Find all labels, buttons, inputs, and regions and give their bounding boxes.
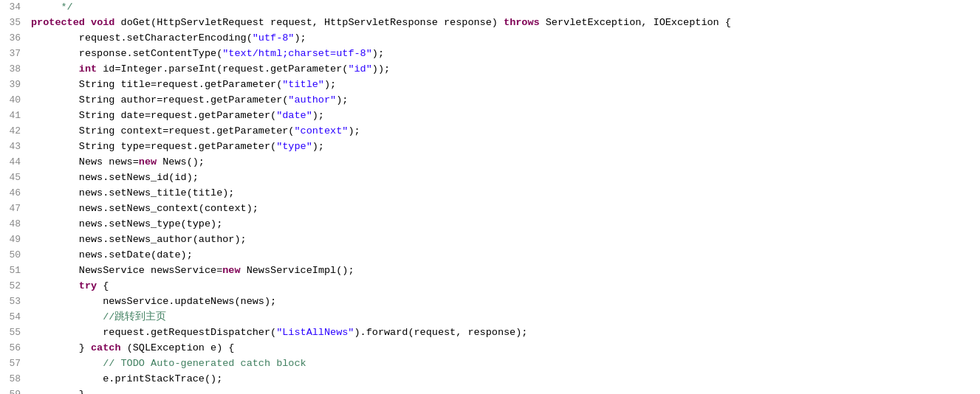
code-line: 44 News news=new News(); xyxy=(0,155,980,170)
line-content: request.setCharacterEncoding("utf-8"); xyxy=(31,31,980,46)
code-line: 34 */ xyxy=(0,0,980,15)
line-content: } xyxy=(31,387,980,394)
code-line: 59 } xyxy=(0,387,980,394)
line-content: request.getRequestDispatcher("ListAllNew… xyxy=(31,325,980,341)
code-line: 38 int id=Integer.parseInt(request.getPa… xyxy=(0,62,980,77)
line-content: String title=request.getParameter("title… xyxy=(31,77,980,93)
line-content: //跳转到主页 xyxy=(31,310,980,325)
line-content: String author=request.getParameter("auth… xyxy=(31,93,980,108)
code-line: 56 } catch (SQLException e) { xyxy=(0,341,980,356)
code-line: 52 try { xyxy=(0,279,980,294)
code-line: 53 newsService.updateNews(news); xyxy=(0,294,980,310)
line-number: 36 xyxy=(0,31,31,46)
line-content: try { xyxy=(31,279,980,294)
line-content: int id=Integer.parseInt(request.getParam… xyxy=(31,62,980,77)
line-content: response.setContentType("text/html;chars… xyxy=(31,46,980,62)
line-number: 56 xyxy=(0,341,31,356)
line-number: 39 xyxy=(0,77,31,92)
line-content: e.printStackTrace(); xyxy=(31,372,980,387)
line-number: 34 xyxy=(0,0,31,15)
line-content: } catch (SQLException e) { xyxy=(31,341,980,356)
code-line: 48 news.setNews_type(type); xyxy=(0,217,980,232)
line-number: 58 xyxy=(0,372,31,387)
line-number: 45 xyxy=(0,170,31,185)
line-number: 54 xyxy=(0,310,31,325)
line-content: news.setNews_author(author); xyxy=(31,232,980,248)
code-line: 37 response.setContentType("text/html;ch… xyxy=(0,46,980,62)
code-line: 43 String type=request.getParameter("typ… xyxy=(0,139,980,155)
line-number: 51 xyxy=(0,263,31,278)
line-number: 53 xyxy=(0,294,31,309)
line-number: 49 xyxy=(0,232,31,247)
line-number: 43 xyxy=(0,139,31,154)
line-number: 38 xyxy=(0,62,31,77)
line-number: 52 xyxy=(0,279,31,294)
code-line: 36 request.setCharacterEncoding("utf-8")… xyxy=(0,31,980,46)
line-number: 50 xyxy=(0,248,31,263)
code-line: 45 news.setNews_id(id); xyxy=(0,170,980,186)
line-number: 48 xyxy=(0,217,31,232)
line-content: newsService.updateNews(news); xyxy=(31,294,980,310)
code-line: 47 news.setNews_context(context); xyxy=(0,201,980,217)
line-number: 41 xyxy=(0,108,31,123)
code-line: 54 //跳转到主页 xyxy=(0,310,980,325)
line-content: news.setDate(date); xyxy=(31,248,980,263)
code-line: 41 String date=request.getParameter("dat… xyxy=(0,108,980,124)
line-number: 40 xyxy=(0,93,31,108)
code-line: 50 news.setDate(date); xyxy=(0,248,980,263)
code-line: 40 String author=request.getParameter("a… xyxy=(0,93,980,108)
code-line: 58 e.printStackTrace(); xyxy=(0,372,980,387)
line-content: // TODO Auto-generated catch block xyxy=(31,356,980,372)
line-content: news.setNews_title(title); xyxy=(31,186,980,201)
code-line: 39 String title=request.getParameter("ti… xyxy=(0,77,980,93)
line-content: String date=request.getParameter("date")… xyxy=(31,108,980,124)
line-number: 57 xyxy=(0,356,31,371)
line-content: String type=request.getParameter("type")… xyxy=(31,139,980,155)
line-content: news.setNews_id(id); xyxy=(31,170,980,186)
code-line: 55 request.getRequestDispatcher("ListAll… xyxy=(0,325,980,341)
line-number: 37 xyxy=(0,46,31,61)
line-content: news.setNews_type(type); xyxy=(31,217,980,232)
line-number: 59 xyxy=(0,387,31,394)
line-number: 47 xyxy=(0,201,31,216)
line-content: News news=new News(); xyxy=(31,155,980,170)
code-line: 49 news.setNews_author(author); xyxy=(0,232,980,248)
line-content: NewsService newsService=new NewsServiceI… xyxy=(31,263,980,279)
line-number: 55 xyxy=(0,325,31,340)
code-line: 51 NewsService newsService=new NewsServi… xyxy=(0,263,980,279)
line-content: */ xyxy=(31,0,980,15)
line-content: String context=request.getParameter("con… xyxy=(31,124,980,139)
code-line: 57 // TODO Auto-generated catch block xyxy=(0,356,980,372)
line-content: protected void doGet(HttpServletRequest … xyxy=(31,15,980,31)
line-number: 44 xyxy=(0,155,31,170)
code-editor: 34 */35protected void doGet(HttpServletR… xyxy=(0,0,980,394)
line-number: 35 xyxy=(0,15,31,30)
line-number: 46 xyxy=(0,186,31,201)
code-line: 42 String context=request.getParameter("… xyxy=(0,124,980,139)
code-line: 35protected void doGet(HttpServletReques… xyxy=(0,15,980,31)
line-content: news.setNews_context(context); xyxy=(31,201,980,217)
line-number: 42 xyxy=(0,124,31,139)
code-line: 46 news.setNews_title(title); xyxy=(0,186,980,201)
